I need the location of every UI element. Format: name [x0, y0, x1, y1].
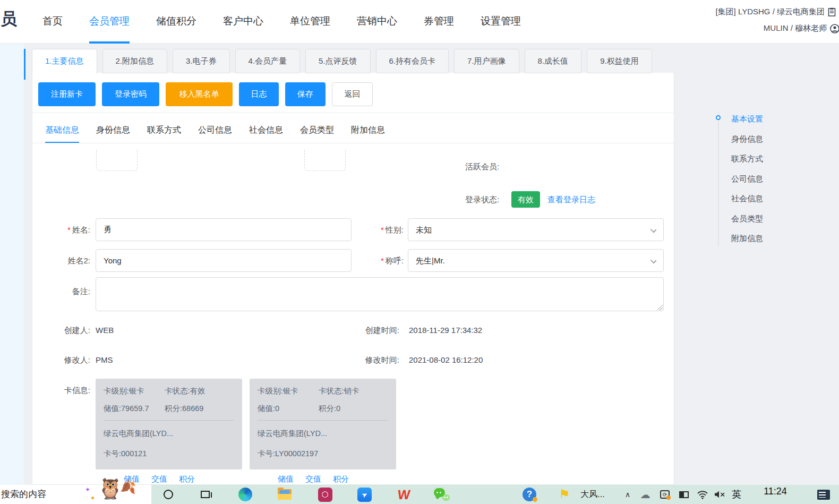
name2-label: 姓名2:: [48, 256, 90, 266]
section-tab-contact[interactable]: 联系方式: [147, 119, 181, 143]
flag-icon[interactable]: ⚑: [558, 485, 571, 504]
dingtalk-icon[interactable]: ➤: [357, 485, 372, 504]
avatar-upload-box[interactable]: [96, 149, 138, 171]
login-password-button[interactable]: 登录密码: [102, 82, 159, 106]
create-time-label: 创建时间:: [350, 326, 399, 336]
exchange-value-link[interactable]: 交值: [151, 474, 167, 484]
section-tab-additional[interactable]: 附加信息: [351, 119, 385, 143]
move-to-blacklist-button[interactable]: 移入黑名单: [166, 82, 233, 106]
display-icon[interactable]: [678, 485, 690, 504]
anchor-social-info[interactable]: 社会信息: [731, 194, 763, 204]
card-points: 积分:0: [319, 404, 340, 414]
wps-icon[interactable]: W: [396, 485, 412, 504]
view-login-log-link[interactable]: 查看登录日志: [547, 195, 595, 205]
nav-item-home[interactable]: 首页: [42, 0, 63, 44]
user-row[interactable]: MULIN / 穆林老师: [715, 21, 839, 36]
photo-upload-box[interactable]: [304, 149, 346, 171]
gender-select[interactable]: 未知: [408, 218, 664, 241]
remark-textarea[interactable]: [96, 277, 664, 311]
card-number: 卡号:000121: [104, 449, 147, 459]
notification-center-icon[interactable]: [816, 485, 832, 504]
log-button[interactable]: 日志: [239, 82, 279, 106]
task-view-icon[interactable]: [198, 485, 212, 504]
anchor-member-type[interactable]: 会员类型: [731, 214, 763, 224]
taskbar-search-box[interactable]: 搜索的内容 ✦ 🦉 🍂: [0, 485, 151, 504]
nav-item-coupon-mgmt[interactable]: 券管理: [424, 0, 454, 44]
weather-text[interactable]: 大风...: [578, 485, 607, 504]
member-card-1: 卡级别:银卡 卡状态:有效 储值:79659.7 积分:68669 绿云电商集团…: [96, 379, 242, 469]
anchor-nav-line: [718, 113, 719, 246]
login-status-label: 登录状态:: [465, 195, 499, 205]
textarea-resize-handle[interactable]: [656, 304, 663, 310]
chevron-up-icon[interactable]: ∧: [622, 485, 633, 504]
card-balance: 储值:0: [258, 404, 279, 414]
ime-language-indicator[interactable]: 英: [730, 485, 743, 504]
clipboard-icon: [828, 7, 836, 16]
wechat-icon[interactable]: [433, 485, 451, 504]
required-mark: *: [381, 225, 384, 234]
modifier-label: 修改人:: [48, 355, 90, 365]
salutation-select[interactable]: 先生|Mr.: [408, 249, 664, 272]
section-tab-member-type[interactable]: 会员类型: [300, 119, 334, 143]
back-button[interactable]: 返回: [332, 82, 373, 106]
remark-label: 备注:: [48, 287, 90, 297]
points-link[interactable]: 积分: [179, 474, 195, 484]
owl-illustration: 🦉: [98, 479, 123, 499]
tab-ecoupon[interactable]: 3.电子券: [173, 49, 230, 73]
edge-browser-icon[interactable]: [238, 485, 253, 504]
create-time-value: 2018-11-29 17:34:32: [409, 326, 482, 335]
card-org: 绿云电商集团(LYD...: [104, 429, 173, 439]
save-button[interactable]: 保存: [285, 82, 326, 106]
tab-member-cards[interactable]: 6.持有会员卡: [376, 49, 449, 73]
nav-item-unit-mgmt[interactable]: 单位管理: [290, 0, 330, 44]
tab-extra-info[interactable]: 2.附加信息: [102, 49, 168, 73]
name-input[interactable]: [96, 218, 352, 241]
tab-user-profile[interactable]: 7.用户画像: [454, 49, 519, 73]
name2-input[interactable]: [96, 249, 352, 272]
nav-item-marketing[interactable]: 营销中心: [357, 0, 397, 44]
dot-decoration: [91, 497, 94, 499]
anchor-active-dot: [716, 115, 721, 120]
onedrive-cloud-icon[interactable]: ☁: [639, 485, 652, 504]
group-row[interactable]: [集团] LYDSHG / 绿云电商集团: [715, 5, 836, 19]
anchor-contact-info[interactable]: 联系方式: [731, 154, 763, 164]
file-explorer-icon[interactable]: [277, 485, 292, 504]
anchor-additional-info[interactable]: 附加信息: [731, 234, 763, 244]
section-tabs: 基础信息 身份信息 联系方式 公司信息 社会信息 会员类型 附加信息: [45, 119, 385, 143]
anchor-basic-settings[interactable]: 基本设置: [731, 114, 763, 124]
tab-review-feedback[interactable]: 5.点评反馈: [305, 49, 371, 73]
register-new-card-button[interactable]: 注册新卡: [38, 82, 96, 106]
top-nav: 首页 会员管理 储值积分 客户中心 单位管理 营销中心 券管理 设置管理: [42, 0, 521, 44]
card-divider: [104, 420, 234, 421]
taskbar-clock[interactable]: 11:24: [757, 482, 794, 501]
sync-icon[interactable]: ⟳: [658, 485, 671, 504]
anchor-company-info[interactable]: 公司信息: [731, 174, 763, 184]
search-icon[interactable]: [161, 485, 176, 504]
anchor-identity-info[interactable]: 身份信息: [731, 134, 763, 144]
section-tab-company[interactable]: 公司信息: [198, 119, 232, 143]
chevron-down-icon: [650, 258, 657, 264]
tab-growth-value[interactable]: 8.成长值: [525, 49, 582, 73]
nav-item-stored-value[interactable]: 储值积分: [156, 0, 196, 44]
pms-app-icon[interactable]: ⬡: [318, 485, 332, 504]
nav-item-settings[interactable]: 设置管理: [481, 0, 521, 44]
tab-main-info[interactable]: 1.主要信息: [32, 49, 97, 74]
tab-member-output[interactable]: 4.会员产量: [235, 49, 301, 73]
windows-taskbar: 搜索的内容 ✦ 🦉 🍂 ⬡ ➤ W ? ⚑ 大风... ∧ ☁ ⟳ 英 11:2…: [0, 485, 839, 504]
login-status-badge: 有效: [511, 191, 540, 208]
section-tab-basic[interactable]: 基础信息: [45, 119, 79, 143]
help-app-icon[interactable]: ?: [522, 485, 537, 504]
wifi-icon[interactable]: [696, 485, 709, 504]
page-tabs: 1.主要信息 2.附加信息 3.电子券 4.会员产量 5.点评反馈 6.持有会员…: [32, 49, 652, 74]
modifier-value: PMS: [96, 355, 113, 364]
app-header: 员 首页 会员管理 储值积分 客户中心 单位管理 营销中心 券管理 设置管理 […: [0, 0, 839, 44]
nav-item-members[interactable]: 会员管理: [89, 0, 130, 44]
points-link[interactable]: 积分: [333, 474, 349, 484]
tab-benefit-usage[interactable]: 9.权益使用: [587, 49, 652, 73]
stored-value-link[interactable]: 储值: [278, 474, 294, 484]
section-tab-social[interactable]: 社会信息: [249, 119, 283, 143]
exchange-value-link[interactable]: 交值: [305, 474, 321, 484]
section-tab-identity[interactable]: 身份信息: [96, 119, 130, 143]
volume-muted-icon[interactable]: [713, 485, 726, 504]
nav-item-customer-center[interactable]: 客户中心: [223, 0, 263, 44]
